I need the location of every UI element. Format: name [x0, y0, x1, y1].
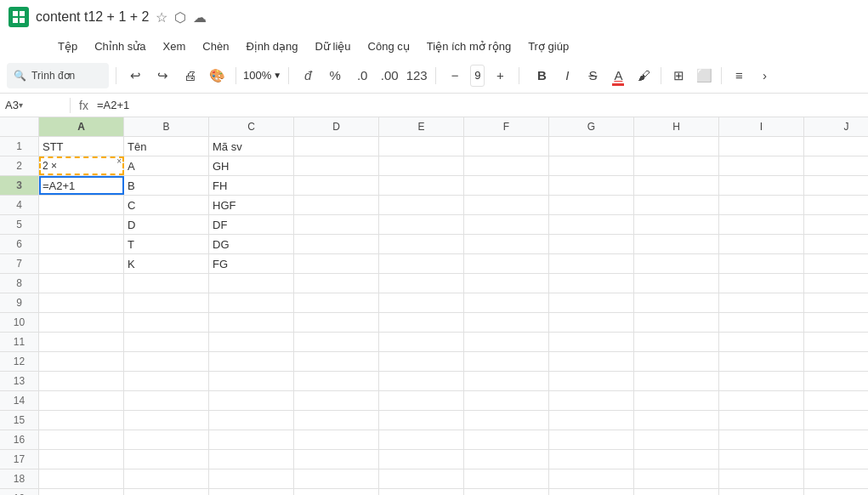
cell-r16c5[interactable] — [379, 430, 464, 449]
cell-r8c2[interactable] — [124, 274, 209, 293]
cell-r15c9[interactable] — [719, 411, 804, 430]
cell-r5c6[interactable] — [464, 215, 549, 234]
cell-r15c10[interactable] — [804, 411, 868, 430]
cell-r4c2[interactable]: C — [124, 196, 209, 214]
cell-r1c10[interactable] — [804, 137, 868, 156]
cell-r16c9[interactable] — [719, 430, 804, 449]
menu-data[interactable]: Dữ liệu — [309, 37, 358, 55]
cell-r10c10[interactable] — [804, 313, 868, 332]
cell-r3c2[interactable]: B — [124, 176, 209, 195]
cell-r10c2[interactable] — [124, 313, 209, 332]
row-num-13[interactable]: 13 — [0, 372, 39, 390]
cell-r16c3[interactable] — [209, 430, 294, 449]
cell-r3c6[interactable] — [464, 176, 549, 195]
col-header-J[interactable]: J — [804, 117, 868, 136]
decimal-00-button[interactable]: .00 — [377, 64, 401, 88]
cell-r11c2[interactable] — [124, 333, 209, 351]
cell-r2c4[interactable] — [294, 156, 379, 175]
font-size-minus-button[interactable]: − — [443, 64, 467, 88]
cell-r3c9[interactable] — [719, 176, 804, 195]
cell-r11c5[interactable] — [379, 333, 464, 351]
cell-r10c7[interactable] — [549, 313, 634, 332]
cell-r13c9[interactable] — [719, 372, 804, 390]
cell-r14c8[interactable] — [634, 391, 719, 410]
row-num-15[interactable]: 15 — [0, 411, 39, 430]
cell-r6c6[interactable] — [464, 235, 549, 253]
cell-r9c4[interactable] — [294, 293, 379, 312]
row-num-16[interactable]: 16 — [0, 430, 39, 449]
cell-r15c4[interactable] — [294, 411, 379, 430]
row-num-4[interactable]: 4 — [0, 196, 39, 214]
menu-tools[interactable]: Công cụ — [361, 37, 417, 55]
bold-button[interactable]: B — [530, 64, 553, 88]
row-num-1[interactable]: 1 — [0, 137, 39, 156]
drive-icon[interactable]: ⬡ — [174, 9, 186, 26]
cell-r15c5[interactable] — [379, 411, 464, 430]
cell-r9c9[interactable] — [719, 293, 804, 312]
row-num-9[interactable]: 9 — [0, 293, 39, 312]
cell-r15c8[interactable] — [634, 411, 719, 430]
cell-r15c2[interactable] — [124, 411, 209, 430]
cell-r4c3[interactable]: HGF — [209, 196, 294, 214]
cell-r14c2[interactable] — [124, 391, 209, 410]
cell-r7c3[interactable]: FG — [209, 254, 294, 273]
row-num-17[interactable]: 17 — [0, 450, 39, 469]
cell-r13c6[interactable] — [464, 372, 549, 390]
cell-r18c4[interactable] — [294, 469, 379, 488]
row-num-10[interactable]: 10 — [0, 313, 39, 332]
cell-r15c6[interactable] — [464, 411, 549, 430]
cell-r14c1[interactable] — [39, 391, 124, 410]
cell-r5c5[interactable] — [379, 215, 464, 234]
cell-r3c8[interactable] — [634, 176, 719, 195]
col-header-H[interactable]: H — [634, 117, 719, 136]
cell-r5c7[interactable] — [549, 215, 634, 234]
cell-r5c8[interactable] — [634, 215, 719, 234]
cell-r18c8[interactable] — [634, 469, 719, 488]
menu-view[interactable]: Xem — [156, 37, 193, 55]
row-num-3[interactable]: 3 — [0, 176, 39, 195]
cell-r9c2[interactable] — [124, 293, 209, 312]
cell-r5c2[interactable]: D — [124, 215, 209, 234]
zoom-selector[interactable]: 100% ▼ — [243, 69, 281, 82]
cell-r6c2[interactable]: T — [124, 235, 209, 253]
cell-ref-box[interactable]: A3 ▾ — [5, 99, 65, 111]
cell-r19c8[interactable] — [634, 489, 719, 495]
cell-r17c2[interactable] — [124, 450, 209, 469]
cell-r14c5[interactable] — [379, 391, 464, 410]
cell-r13c3[interactable] — [209, 372, 294, 390]
cell-r6c7[interactable] — [549, 235, 634, 253]
cell-r2c10[interactable] — [804, 156, 868, 175]
cell-r17c4[interactable] — [294, 450, 379, 469]
paint-format-button[interactable]: 🎨 — [205, 64, 229, 88]
cell-r16c6[interactable] — [464, 430, 549, 449]
cell-r2c9[interactable] — [719, 156, 804, 175]
menu-edit[interactable]: Chỉnh sửa — [88, 37, 152, 55]
cell-r11c10[interactable] — [804, 333, 868, 351]
cell-r11c7[interactable] — [549, 333, 634, 351]
cell-r14c6[interactable] — [464, 391, 549, 410]
cell-r1c1[interactable]: STT — [39, 137, 124, 156]
cell-r13c4[interactable] — [294, 372, 379, 390]
cell-r16c1[interactable] — [39, 430, 124, 449]
row-num-18[interactable]: 18 — [0, 469, 39, 488]
row-num-2[interactable]: 2 — [0, 156, 39, 175]
cell-r11c1[interactable] — [39, 333, 124, 351]
cell-ref-dropdown-icon[interactable]: ▾ — [19, 100, 23, 110]
cell-r9c8[interactable] — [634, 293, 719, 312]
col-header-G[interactable]: G — [549, 117, 634, 136]
redo-button[interactable]: ↪ — [150, 64, 174, 88]
cell-r18c7[interactable] — [549, 469, 634, 488]
cell-r2c1[interactable]: 2 ××1 — [39, 156, 124, 175]
cell-r16c8[interactable] — [634, 430, 719, 449]
cell-r19c4[interactable] — [294, 489, 379, 495]
cell-r10c5[interactable] — [379, 313, 464, 332]
cell-r14c7[interactable] — [549, 391, 634, 410]
cell-r3c3[interactable]: FH — [209, 176, 294, 195]
cell-r16c2[interactable] — [124, 430, 209, 449]
cell-r7c10[interactable] — [804, 254, 868, 273]
cell-r8c10[interactable] — [804, 274, 868, 293]
cell-r11c9[interactable] — [719, 333, 804, 351]
cell-r11c6[interactable] — [464, 333, 549, 351]
cell-r6c1[interactable] — [39, 235, 124, 253]
cell-r12c2[interactable] — [124, 352, 209, 371]
